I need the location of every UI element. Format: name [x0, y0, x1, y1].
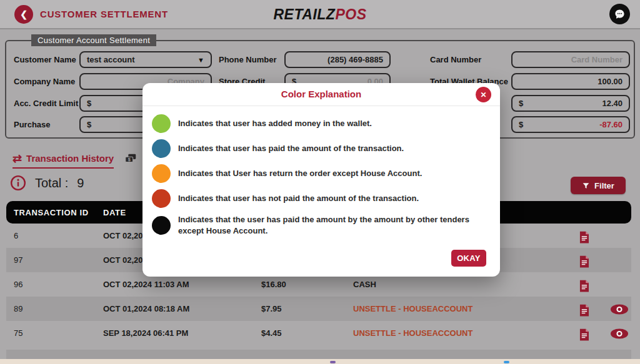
- close-button[interactable]: ✕: [476, 87, 491, 102]
- legend-text: Indicates that user has paid the amount …: [178, 143, 404, 154]
- legend-text: Indicates that User has return the order…: [178, 168, 422, 179]
- legend-item: Indicates that user has paid the amount …: [152, 139, 489, 158]
- taskbar-strip: [0, 359, 640, 364]
- legend-text: Indicates that the user has paid the amo…: [178, 214, 472, 236]
- legend-item: Indicates that User has return the order…: [152, 164, 489, 183]
- taskbar-icon: [330, 361, 336, 363]
- customer-settlement-page: ❮ CUSTOMER SETTLEMENT RETAILZPOS Custome…: [0, 0, 640, 364]
- close-icon: ✕: [480, 91, 486, 99]
- blue-color-dot: [152, 139, 171, 158]
- modal-title: Color Explanation: [142, 83, 500, 106]
- legend-item: Indicates that user has added money in t…: [152, 114, 489, 133]
- legend-item: Indicates that the user has paid the amo…: [152, 214, 489, 236]
- legend-item: Indicates that user has not paid the amo…: [152, 189, 489, 208]
- color-explanation-modal: Color Explanation ✕ Indicates that user …: [142, 83, 500, 277]
- green-color-dot: [152, 114, 171, 133]
- legend-text: Indicates that user has not paid the amo…: [178, 193, 419, 204]
- black-color-dot: [152, 216, 171, 235]
- legend-text: Indicates that user has added money in t…: [178, 118, 372, 129]
- taskbar-icon: [504, 361, 509, 363]
- modal-header: Color Explanation ✕: [142, 83, 500, 106]
- orange-color-dot: [152, 164, 171, 183]
- red-color-dot: [152, 189, 171, 208]
- okay-button[interactable]: OKAY: [451, 250, 486, 267]
- color-legend-list: Indicates that user has added money in t…: [152, 114, 489, 242]
